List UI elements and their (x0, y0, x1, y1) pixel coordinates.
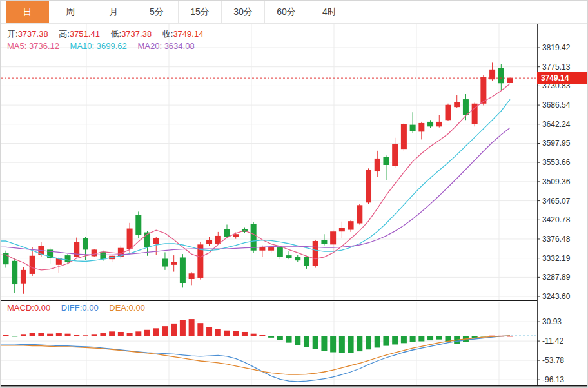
y-axis-label: 3287.89 (542, 273, 570, 282)
ma20-value: 3634.08 (164, 41, 195, 51)
low-label: 低: (111, 29, 122, 39)
tab-m30[interactable]: 30分 (222, 1, 265, 23)
y-axis-label: 3509.36 (542, 177, 570, 186)
ma10-label: MA10: (70, 41, 95, 51)
y-axis-label: 3642.24 (542, 120, 570, 129)
y-axis-label: 3819.42 (542, 43, 570, 52)
y-axis-label: 3243.60 (542, 292, 570, 301)
tab-m5[interactable]: 5分 (135, 1, 179, 23)
ma5-label: MA5: (7, 41, 26, 51)
y-axis-label: 3775.13 (542, 63, 570, 72)
y-axis-label: 3420.78 (542, 215, 570, 224)
ma-row: MA5: 3736.12 MA10: 3699.62 MA20: 3634.08 (7, 40, 203, 52)
diff-label: DIFF: (61, 303, 83, 313)
close-label: 收: (162, 29, 173, 39)
ma20-label: MA20: (137, 41, 162, 51)
ohlc-info: 开:3737.38 高:3751.41 低:3737.38 收:3749.14 … (7, 28, 203, 52)
kline-chart-window: 日周月5分15分30分60分4时 开:3737.38 高:3751.41 低:3… (0, 0, 588, 388)
y-axis-label: 3686.54 (542, 101, 570, 110)
y-axis-label: 3376.48 (542, 235, 570, 244)
y-axis-label: -11.42 (542, 336, 564, 345)
tab-m60[interactable]: 60分 (265, 1, 308, 23)
dea-label: DEA: (109, 303, 128, 313)
close-value: 3749.14 (173, 29, 203, 39)
open-value: 3737.38 (18, 29, 48, 39)
dea-value: 0.00 (129, 303, 145, 313)
y-axis-label: 3465.07 (542, 197, 570, 206)
open-label: 开: (7, 29, 18, 39)
y-axis-label: 30.93 (542, 317, 562, 326)
high-value: 3751.41 (70, 29, 100, 39)
y-axis-label: 3597.95 (542, 139, 570, 148)
tab-h4[interactable]: 4时 (308, 1, 351, 23)
tab-week[interactable]: 周 (49, 1, 92, 23)
high-label: 高: (59, 29, 70, 39)
y-axis-label: 3553.66 (542, 158, 570, 167)
ohlc-row: 开:3737.38 高:3751.41 低:3737.38 收:3749.14 (7, 28, 203, 40)
low-value: 3737.38 (121, 29, 152, 39)
last-price-tag: 3749.14 (537, 72, 587, 84)
y-axis-label: -96.13 (542, 375, 564, 384)
chart-canvas[interactable] (1, 1, 588, 388)
ma5-value: 3736.12 (29, 41, 59, 51)
macd-value: 0.00 (34, 303, 50, 313)
diff-value: 0.00 (82, 303, 98, 313)
tab-m15[interactable]: 15分 (179, 1, 222, 23)
macd-label: MACD: (7, 303, 34, 313)
y-axis-label: -53.78 (542, 356, 564, 365)
ma10-value: 3699.62 (97, 41, 127, 51)
macd-info: MACD:0.00 DIFF:0.00 DEA:0.00 (7, 303, 145, 313)
period-tabbar: 日周月5分15分30分60分4时 (1, 1, 587, 24)
tab-day[interactable]: 日 (6, 1, 49, 23)
tab-month[interactable]: 月 (92, 1, 135, 23)
y-axis-label: 3332.19 (542, 254, 570, 263)
